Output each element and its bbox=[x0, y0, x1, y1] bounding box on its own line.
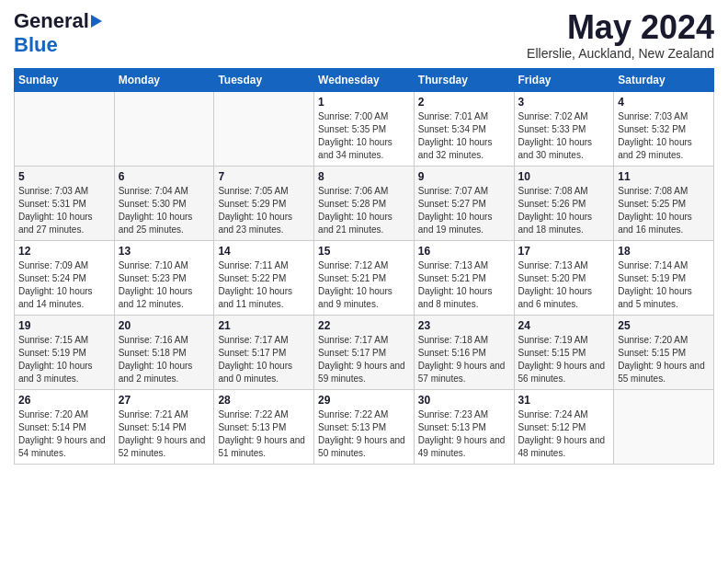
day-info: Sunrise: 7:07 AMSunset: 5:27 PMDaylight:… bbox=[418, 185, 510, 236]
day-info: Sunrise: 7:22 AMSunset: 5:13 PMDaylight:… bbox=[318, 408, 410, 460]
day-info: Sunrise: 7:12 AMSunset: 5:21 PMDaylight:… bbox=[318, 259, 410, 311]
table-row: 26Sunrise: 7:20 AMSunset: 5:14 PMDayligh… bbox=[15, 389, 115, 464]
day-number: 15 bbox=[318, 245, 410, 258]
day-info: Sunrise: 7:19 AMSunset: 5:15 PMDaylight:… bbox=[518, 334, 610, 385]
table-row: 29Sunrise: 7:22 AMSunset: 5:13 PMDayligh… bbox=[314, 389, 415, 464]
table-row: 4Sunrise: 7:03 AMSunset: 5:32 PMDaylight… bbox=[614, 91, 714, 166]
table-row: 15Sunrise: 7:12 AMSunset: 5:21 PMDayligh… bbox=[314, 240, 415, 315]
col-thursday: Thursday bbox=[414, 68, 514, 91]
day-info: Sunrise: 7:21 AMSunset: 5:14 PMDaylight:… bbox=[119, 408, 210, 460]
table-row: 8Sunrise: 7:06 AMSunset: 5:28 PMDaylight… bbox=[314, 166, 415, 240]
header: General Blue May 2024 Ellerslie, Aucklan… bbox=[14, 9, 714, 61]
day-info: Sunrise: 7:20 AMSunset: 5:15 PMDaylight:… bbox=[618, 334, 710, 385]
day-info: Sunrise: 7:08 AMSunset: 5:26 PMDaylight:… bbox=[518, 185, 610, 236]
day-number: 22 bbox=[318, 319, 410, 332]
table-row: 6Sunrise: 7:04 AMSunset: 5:30 PMDaylight… bbox=[114, 166, 214, 240]
table-row: 21Sunrise: 7:17 AMSunset: 5:17 PMDayligh… bbox=[214, 315, 314, 389]
table-row: 12Sunrise: 7:09 AMSunset: 5:24 PMDayligh… bbox=[15, 240, 115, 315]
day-number: 19 bbox=[18, 319, 110, 332]
day-info: Sunrise: 7:09 AMSunset: 5:24 PMDaylight:… bbox=[18, 259, 110, 311]
day-number: 12 bbox=[18, 245, 110, 258]
table-row: 1Sunrise: 7:00 AMSunset: 5:35 PMDaylight… bbox=[314, 91, 415, 166]
page-container: General Blue May 2024 Ellerslie, Aucklan… bbox=[0, 0, 728, 474]
location: Ellerslie, Auckland, New Zealand bbox=[527, 46, 714, 61]
table-row: 18Sunrise: 7:14 AMSunset: 5:19 PMDayligh… bbox=[614, 240, 714, 315]
col-monday: Monday bbox=[114, 68, 214, 91]
col-saturday: Saturday bbox=[614, 68, 714, 91]
day-number: 28 bbox=[218, 394, 310, 407]
col-sunday: Sunday bbox=[15, 68, 115, 91]
day-number: 11 bbox=[618, 170, 710, 183]
day-info: Sunrise: 7:03 AMSunset: 5:32 PMDaylight:… bbox=[618, 110, 710, 162]
day-number: 10 bbox=[518, 170, 610, 183]
table-row bbox=[214, 91, 314, 166]
header-row: Sunday Monday Tuesday Wednesday Thursday… bbox=[15, 68, 714, 91]
table-row: 10Sunrise: 7:08 AMSunset: 5:26 PMDayligh… bbox=[514, 166, 614, 240]
day-number: 4 bbox=[618, 96, 710, 109]
logo-general: General bbox=[14, 9, 89, 33]
table-row: 7Sunrise: 7:05 AMSunset: 5:29 PMDaylight… bbox=[214, 166, 314, 240]
day-info: Sunrise: 7:02 AMSunset: 5:33 PMDaylight:… bbox=[518, 110, 610, 162]
table-row bbox=[114, 91, 214, 166]
table-row: 13Sunrise: 7:10 AMSunset: 5:23 PMDayligh… bbox=[114, 240, 214, 315]
day-number: 16 bbox=[418, 245, 510, 258]
day-info: Sunrise: 7:20 AMSunset: 5:14 PMDaylight:… bbox=[18, 408, 110, 460]
day-number: 2 bbox=[418, 96, 510, 109]
col-friday: Friday bbox=[514, 68, 614, 91]
day-info: Sunrise: 7:23 AMSunset: 5:13 PMDaylight:… bbox=[418, 408, 510, 460]
day-number: 17 bbox=[518, 245, 610, 258]
col-tuesday: Tuesday bbox=[214, 68, 314, 91]
table-row: 17Sunrise: 7:13 AMSunset: 5:20 PMDayligh… bbox=[514, 240, 614, 315]
logo-blue: Blue bbox=[14, 33, 58, 56]
table-row bbox=[15, 91, 115, 166]
table-row: 16Sunrise: 7:13 AMSunset: 5:21 PMDayligh… bbox=[414, 240, 514, 315]
day-number: 8 bbox=[318, 170, 410, 183]
day-number: 25 bbox=[618, 319, 710, 332]
day-info: Sunrise: 7:08 AMSunset: 5:25 PMDaylight:… bbox=[618, 185, 710, 236]
day-info: Sunrise: 7:15 AMSunset: 5:19 PMDaylight:… bbox=[18, 334, 110, 385]
month-title: May 2024 bbox=[527, 9, 714, 46]
day-number: 18 bbox=[618, 245, 710, 258]
table-row: 20Sunrise: 7:16 AMSunset: 5:18 PMDayligh… bbox=[114, 315, 214, 389]
table-row: 3Sunrise: 7:02 AMSunset: 5:33 PMDaylight… bbox=[514, 91, 614, 166]
title-area: May 2024 Ellerslie, Auckland, New Zealan… bbox=[527, 9, 714, 61]
day-info: Sunrise: 7:24 AMSunset: 5:12 PMDaylight:… bbox=[518, 408, 610, 460]
day-number: 7 bbox=[218, 170, 310, 183]
col-wednesday: Wednesday bbox=[314, 68, 415, 91]
table-row: 2Sunrise: 7:01 AMSunset: 5:34 PMDaylight… bbox=[414, 91, 514, 166]
table-row: 5Sunrise: 7:03 AMSunset: 5:31 PMDaylight… bbox=[15, 166, 115, 240]
day-info: Sunrise: 7:18 AMSunset: 5:16 PMDaylight:… bbox=[418, 334, 510, 385]
day-info: Sunrise: 7:22 AMSunset: 5:13 PMDaylight:… bbox=[218, 408, 310, 460]
day-number: 23 bbox=[418, 319, 510, 332]
table-row: 14Sunrise: 7:11 AMSunset: 5:22 PMDayligh… bbox=[214, 240, 314, 315]
day-info: Sunrise: 7:03 AMSunset: 5:31 PMDaylight:… bbox=[18, 185, 110, 236]
table-row: 28Sunrise: 7:22 AMSunset: 5:13 PMDayligh… bbox=[214, 389, 314, 464]
table-row: 9Sunrise: 7:07 AMSunset: 5:27 PMDaylight… bbox=[414, 166, 514, 240]
day-info: Sunrise: 7:11 AMSunset: 5:22 PMDaylight:… bbox=[218, 259, 310, 311]
day-number: 20 bbox=[119, 319, 210, 332]
day-info: Sunrise: 7:17 AMSunset: 5:17 PMDaylight:… bbox=[318, 334, 410, 385]
day-info: Sunrise: 7:13 AMSunset: 5:21 PMDaylight:… bbox=[418, 259, 510, 311]
logo: General Blue bbox=[14, 9, 102, 57]
table-row: 11Sunrise: 7:08 AMSunset: 5:25 PMDayligh… bbox=[614, 166, 714, 240]
table-row: 25Sunrise: 7:20 AMSunset: 5:15 PMDayligh… bbox=[614, 315, 714, 389]
day-number: 29 bbox=[318, 394, 410, 407]
day-number: 3 bbox=[518, 96, 610, 109]
day-info: Sunrise: 7:10 AMSunset: 5:23 PMDaylight:… bbox=[119, 259, 210, 311]
day-number: 5 bbox=[18, 170, 110, 183]
table-row bbox=[614, 389, 714, 464]
table-row: 24Sunrise: 7:19 AMSunset: 5:15 PMDayligh… bbox=[514, 315, 614, 389]
day-number: 1 bbox=[318, 96, 410, 109]
day-info: Sunrise: 7:04 AMSunset: 5:30 PMDaylight:… bbox=[119, 185, 210, 236]
day-info: Sunrise: 7:00 AMSunset: 5:35 PMDaylight:… bbox=[318, 110, 410, 162]
day-number: 24 bbox=[518, 319, 610, 332]
table-row: 19Sunrise: 7:15 AMSunset: 5:19 PMDayligh… bbox=[15, 315, 115, 389]
table-row: 23Sunrise: 7:18 AMSunset: 5:16 PMDayligh… bbox=[414, 315, 514, 389]
day-info: Sunrise: 7:14 AMSunset: 5:19 PMDaylight:… bbox=[618, 259, 710, 311]
day-number: 31 bbox=[518, 394, 610, 407]
day-info: Sunrise: 7:01 AMSunset: 5:34 PMDaylight:… bbox=[418, 110, 510, 162]
day-number: 14 bbox=[218, 245, 310, 258]
day-number: 9 bbox=[418, 170, 510, 183]
table-row: 31Sunrise: 7:24 AMSunset: 5:12 PMDayligh… bbox=[514, 389, 614, 464]
calendar-body: 1Sunrise: 7:00 AMSunset: 5:35 PMDaylight… bbox=[15, 91, 714, 464]
